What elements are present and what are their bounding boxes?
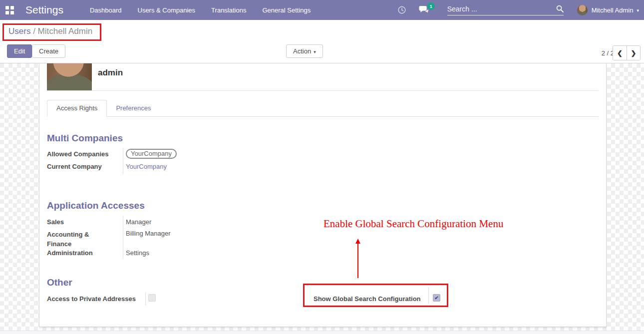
menu-item-users-companies[interactable]: Users & Companies [130,0,204,20]
breadcrumb-highlight-box: Users / Mitchell Admin [2,23,101,41]
breadcrumb-current: Mitchell Admin [38,26,93,36]
caret-down-icon: ▾ [314,49,316,54]
pager-buttons: ❮ ❯ [613,45,641,60]
form-background: admin Access Rights Preferences Multi Co… [0,63,644,331]
section-title-application-accesses: Application Accesses [47,200,145,211]
bottom-edge-strip [0,331,644,334]
breadcrumb-bar: Users / Mitchell Admin [0,20,644,43]
sales-value: Manager [126,218,151,226]
administration-label: Administration [47,249,122,257]
group-separator [145,293,146,306]
section-title-other: Other [47,277,72,288]
breadcrumb-users-link[interactable]: Users [8,26,30,36]
current-company-label: Current Company [47,163,102,170]
group-separator [123,148,123,174]
message-count-badge: 1 [427,2,435,10]
sales-label: Sales [47,218,122,226]
action-label: Action [293,47,311,55]
chevron-down-icon[interactable]: ▾ [637,8,639,13]
app-brand[interactable]: Settings [25,4,63,16]
tab-access-rights[interactable]: Access Rights [47,100,107,117]
top-navbar: Settings Dashboard Users & Companies Tra… [0,0,644,20]
global-search-label: Show Global Search Configuration [314,295,421,303]
topbar-right: 1 Mitchell Admin ▾ [397,5,644,15]
group-separator [428,287,429,304]
private-addresses-label: Access to Private Addresses [47,295,136,303]
notebook-tabs: Access Rights Preferences [47,100,599,117]
user-menu[interactable]: Mitchell Admin [592,6,634,14]
global-search [447,5,564,15]
annotation-arrow-up [355,239,361,278]
menu-item-general-settings[interactable]: General Settings [254,0,319,20]
breadcrumb-separator: / [33,26,35,36]
user-avatar[interactable] [577,5,588,15]
group-separator [123,216,123,259]
annotation-text: Enable Global Search Configuration Menu [323,218,503,230]
tab-preferences[interactable]: Preferences [107,100,160,116]
allowed-companies-tag: YourCompany [126,149,177,159]
breadcrumb: Users / Mitchell Admin [8,26,92,36]
create-button[interactable]: Create [32,44,65,58]
pager-previous-button[interactable]: ❮ [613,46,627,60]
administration-value: Settings [126,249,149,257]
user-form-sheet: admin Access Rights Preferences Multi Co… [39,63,607,327]
search-icon[interactable] [556,5,564,12]
activity-clock-icon[interactable] [397,5,406,14]
action-dropdown-button[interactable]: Action▾ [286,44,323,58]
menu-item-translations[interactable]: Translations [203,0,254,20]
global-search-checkbox[interactable]: ✔ [433,294,440,302]
chevron-left-icon: ❮ [617,49,623,57]
checkmark-icon: ✔ [434,295,438,301]
user-photo [47,63,92,90]
control-panel: Edit Create Action▾ 2 / 2 ❮ ❯ [0,43,644,63]
apps-menu-icon[interactable] [5,6,14,14]
user-login-title: admin [98,68,123,78]
title-divider [47,90,599,91]
search-input[interactable] [447,5,556,13]
current-company-link[interactable]: YourCompany [126,163,167,170]
allowed-companies-label: Allowed Companies [47,150,109,158]
chevron-right-icon: ❯ [631,49,637,57]
accounting-finance-label: Accounting & Finance [47,230,112,249]
messages-button[interactable]: 1 [419,5,429,14]
private-addresses-checkbox[interactable] [148,294,156,302]
edit-button[interactable]: Edit [7,44,32,58]
accounting-finance-value: Billing Manager [126,230,171,237]
pager-next-button[interactable]: ❯ [627,46,640,60]
section-title-multi-companies: Multi Companies [47,133,123,144]
top-menu: Dashboard Users & Companies Translations… [82,0,319,20]
menu-item-dashboard[interactable]: Dashboard [82,0,130,20]
